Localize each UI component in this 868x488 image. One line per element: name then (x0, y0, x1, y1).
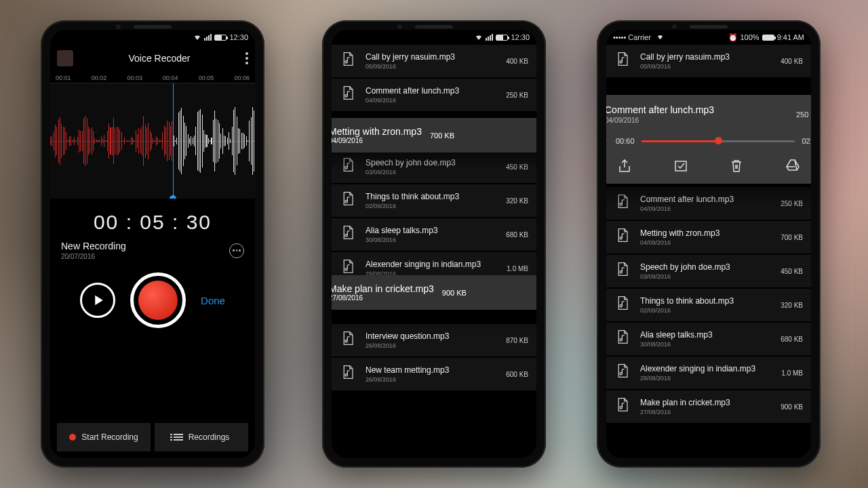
phone-recorder: 12:30 Voice Recoder 00:0100:0200:0300:04… (41, 20, 264, 468)
music-file-icon (340, 329, 359, 351)
file-size: 250 KB (506, 92, 528, 99)
file-name: Call by jerry nasuim.mp3 (366, 52, 499, 62)
file-name: New team metting.mp3 (366, 365, 499, 375)
recording-date: 20/07/2016 (61, 253, 126, 260)
waveform[interactable] (50, 83, 255, 199)
file-row-highlight[interactable]: Metting with zron.mp3 04/09/2016 700 KB (332, 118, 536, 152)
file-date: 02/09/2016 (640, 307, 774, 314)
music-file-icon (340, 190, 359, 211)
wifi-icon (193, 33, 201, 41)
file-row[interactable]: Speech by john doe.mp303/09/2016450 KB (606, 255, 811, 287)
file-row[interactable]: Alexender singing in indian.mp328/08/201… (606, 357, 811, 389)
player-date: 04/09/2016 (606, 117, 788, 124)
select-icon[interactable] (673, 158, 688, 173)
recording-name: New Recording (61, 241, 126, 251)
drive-icon[interactable] (785, 158, 800, 173)
file-size: 700 KB (781, 234, 803, 241)
file-name: Call by jerry nasuim.mp3 (640, 52, 774, 62)
battery-icon (214, 35, 226, 41)
status-bar: 12:30 (332, 30, 536, 45)
file-date: 26/08/2016 (366, 342, 499, 349)
file-date: 04/09/2016 (640, 205, 774, 212)
file-date: 05/09/2016 (366, 63, 499, 70)
status-bar: 12:30 (50, 30, 255, 45)
record-dot-icon (69, 434, 76, 441)
file-size: 1.0 MB (781, 369, 803, 377)
file-row-highlight[interactable]: Make plan in cricket.mp3 27/08/2016 900 … (332, 275, 536, 310)
file-name: Make plan in cricket.mp3 (332, 283, 434, 294)
file-row[interactable]: Speech by john doe.mp303/09/2016450 KB (332, 150, 536, 183)
file-row[interactable]: Things to think about.mp302/09/2016320 K… (332, 184, 536, 217)
file-row[interactable]: Call by jerry nasuim.mp305/09/2016400 KB (606, 45, 811, 77)
file-date: 30/08/2016 (366, 237, 499, 243)
time-ruler: 00:0100:0200:0300:0400:0500:06 (50, 72, 255, 83)
music-file-icon (614, 328, 633, 350)
music-file-icon (340, 156, 359, 178)
file-name: Metting with zron.mp3 (640, 228, 774, 238)
file-date: 04/09/2016 (366, 97, 499, 104)
tab-recordings-label: Recordings (189, 432, 230, 442)
file-size: 680 KB (506, 231, 528, 239)
avatar[interactable] (57, 50, 73, 66)
file-row[interactable]: Comment after lunch.mp304/09/2016250 KB (332, 79, 536, 111)
file-name: Alexender singing in indian.mp3 (366, 260, 500, 269)
status-time: 12:30 (229, 33, 248, 41)
page-title: Voice Recoder (80, 53, 239, 64)
music-file-icon (614, 260, 633, 282)
file-name: Alexender singing in indian.mp3 (640, 364, 774, 373)
time-elapsed: 00:60 (616, 137, 635, 145)
file-name: Things to think about.mp3 (640, 296, 774, 306)
play-button[interactable] (80, 283, 115, 318)
file-row[interactable]: Interview question.mp326/08/2016870 KB (332, 324, 536, 357)
record-button[interactable] (130, 272, 186, 328)
file-size: 600 KB (506, 371, 528, 378)
file-date: 03/09/2016 (640, 273, 774, 280)
file-size: 680 KB (781, 336, 803, 343)
list-icon (174, 434, 183, 441)
signal-icon (486, 34, 493, 41)
alarm-icon: ⏰ (728, 33, 738, 42)
phone-file-list: 12:30 Call by jerry nasuim.mp305/09/2016… (322, 20, 546, 468)
file-row[interactable]: Alia sleep talks.mp330/08/2016680 KB (606, 323, 811, 355)
music-file-icon (614, 362, 633, 384)
tab-start-recording[interactable]: Start Recording (57, 423, 151, 451)
file-size: 900 KB (442, 289, 467, 297)
file-date: 26/08/2016 (366, 376, 499, 383)
file-size: 1.0 MB (507, 265, 528, 272)
file-size: 250 KB (781, 200, 803, 207)
file-size: 450 KB (506, 163, 528, 171)
music-file-icon (340, 363, 359, 385)
share-icon[interactable] (617, 158, 632, 173)
overflow-menu-icon[interactable] (245, 52, 248, 64)
music-file-icon (614, 294, 633, 316)
file-row[interactable]: Comment after lunch.mp304/09/2016250 KB (606, 187, 811, 220)
tab-recordings[interactable]: Recordings (155, 423, 248, 451)
status-time: 9:41 AM (777, 33, 804, 41)
play-icon[interactable] (606, 135, 609, 147)
file-row[interactable]: New team metting.mp326/08/2016600 KB (332, 358, 536, 390)
seek-bar[interactable] (642, 140, 795, 142)
file-row[interactable]: Alia sleep talks.mp330/08/2016680 KB (332, 218, 536, 251)
file-name: Alia sleep talks.mp3 (366, 226, 499, 235)
file-row[interactable]: Things to think about.mp302/09/2016320 K… (606, 289, 811, 321)
music-file-icon (614, 396, 633, 418)
music-file-icon (614, 192, 633, 214)
file-date: 03/09/2016 (366, 169, 499, 176)
file-row[interactable]: Metting with zron.mp304/09/2016700 KB (606, 221, 811, 253)
file-date: 04/09/2016 (640, 239, 774, 246)
file-name: Make plan in cricket.mp3 (640, 398, 774, 407)
file-size: 870 KB (506, 337, 528, 344)
wifi-icon (656, 33, 664, 42)
music-file-icon (340, 50, 359, 72)
app-bar: Voice Recoder (50, 45, 255, 72)
done-button[interactable]: Done (201, 295, 225, 306)
file-size: 700 KB (430, 131, 454, 140)
more-options-icon[interactable] (229, 243, 244, 258)
file-size: 900 KB (781, 403, 803, 411)
file-row[interactable]: Make plan in cricket.mp327/08/2016900 KB (606, 390, 811, 423)
music-file-icon (340, 224, 359, 245)
trash-icon[interactable] (729, 158, 744, 173)
file-row[interactable]: Call by jerry nasuim.mp305/09/2016400 KB (332, 45, 536, 77)
player-overlay: Comment after lunch.mp3 04/09/2016 250 K… (606, 95, 811, 184)
file-name: Interview question.mp3 (366, 331, 499, 341)
